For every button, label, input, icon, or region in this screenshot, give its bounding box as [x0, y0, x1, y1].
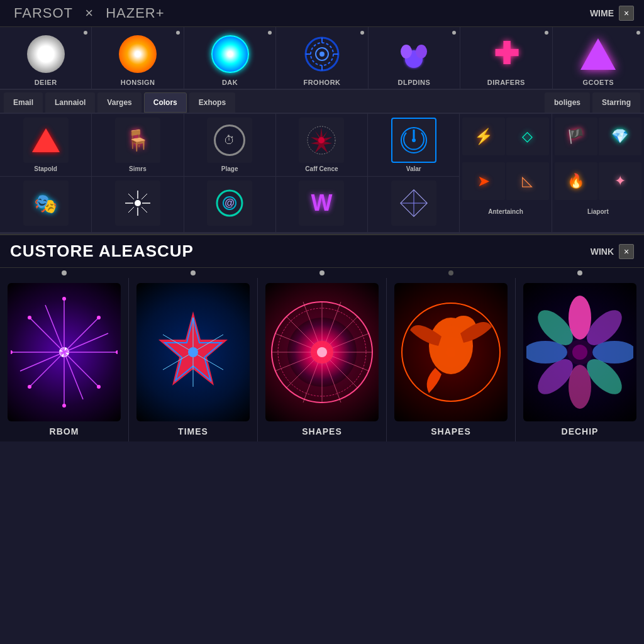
grid-item-antertainch[interactable]: ⚡ ◇ ➤ ◺ Antertainch — [460, 114, 552, 233]
quad-grid-liaport: 🏴 💎 🔥 ✦ — [555, 118, 641, 206]
bottom-card-times[interactable]: TIMES — [129, 278, 258, 441]
title-sep: × — [85, 5, 94, 21]
dot-indicator-6 — [545, 31, 548, 35]
svg-point-3 — [319, 52, 325, 57]
icon-img-gcoets — [576, 32, 620, 76]
quad-tl-liaport: 🏴 — [555, 118, 597, 155]
svg-point-57 — [188, 347, 198, 357]
icon-cell-dak[interactable]: DAK — [184, 27, 276, 89]
grid-item-curtain[interactable]: 🎭 — [0, 177, 92, 233]
bottom-close-button[interactable]: × — [619, 244, 634, 259]
icon-label-deier: DEIER — [35, 79, 57, 86]
tab-exhops[interactable]: Exhops — [189, 92, 235, 113]
clock-icon: ⏱ — [214, 125, 245, 156]
ring-icon: @ — [214, 187, 245, 219]
triangle-red-icon — [32, 128, 60, 152]
card-dots-row — [0, 268, 644, 278]
svg-line-24 — [128, 207, 134, 213]
tab-lannaiol[interactable]: Lannaiol — [45, 92, 95, 113]
flower-svg — [526, 286, 633, 418]
grid-item-cross[interactable] — [368, 177, 460, 233]
tab-varges[interactable]: Varges — [97, 92, 141, 113]
label-stapold: Stapold — [34, 165, 57, 172]
icon-img-dirafers: ✚ — [484, 32, 528, 76]
bottom-card-dechip[interactable]: DECHIP — [516, 278, 644, 441]
grid-item-stapold[interactable]: Stapold — [0, 114, 92, 177]
card-img-rbom — [8, 283, 121, 421]
svg-point-15 — [412, 138, 416, 142]
thumb-curtain: 🎭 — [23, 180, 69, 226]
icon-label-dak: DAK — [222, 79, 238, 86]
tab-starring[interactable]: Starring — [592, 92, 640, 113]
bottom-card-shapes1[interactable]: SHAPES — [258, 278, 387, 441]
icon-cell-honsign[interactable]: HONSIGN — [92, 27, 184, 89]
svg-point-16 — [135, 200, 141, 206]
bottom-card-shapes2[interactable]: SHAPES — [387, 278, 516, 441]
quad-top-left-antertainch: ⚡ — [462, 118, 505, 155]
svg-text:@: @ — [225, 197, 235, 208]
gem-icon: 💎 — [611, 128, 628, 145]
icon-cell-gcoets[interactable]: GCOETS — [553, 27, 644, 89]
svg-point-84 — [572, 345, 587, 360]
card-label-dechip: DECHIP — [562, 426, 599, 436]
bottom-card-rbom[interactable]: RBOM — [0, 278, 129, 441]
label-plage: Plage — [221, 165, 238, 172]
card-img-dechip — [523, 283, 636, 421]
grid-item-plage[interactable]: ⏱ Plage — [184, 114, 276, 177]
svg-point-13 — [318, 137, 325, 143]
icon-cell-dirafers[interactable]: ✚ DIRAFERS — [460, 27, 552, 89]
thumb-stapold — [23, 118, 69, 163]
card-img-times — [136, 283, 250, 421]
thumb-plage: ⏱ — [207, 118, 252, 163]
card-dot-4-wrap — [386, 270, 515, 275]
dragon-svg — [397, 286, 504, 418]
icon-cell-frohork[interactable]: FROHORK — [276, 27, 368, 89]
icon-cell-dlpdins[interactable]: DLPDINS — [369, 27, 460, 89]
quad-br-liaport: ✦ — [599, 162, 641, 200]
dot-indicator-7 — [636, 31, 640, 35]
icon-label-frohork: FROHORK — [303, 79, 340, 86]
tab-email[interactable]: Email — [4, 92, 43, 113]
thumb-valar — [391, 118, 436, 163]
svg-point-47 — [116, 350, 118, 354]
grid-item-simrs[interactable]: 🪑 Simrs — [92, 114, 184, 177]
icon-img-honsign — [116, 32, 160, 76]
tab-colors[interactable]: Colors — [144, 92, 187, 113]
icon-cell-deier[interactable]: DEIER — [0, 27, 92, 89]
plus-icon: ✚ — [494, 39, 519, 69]
svg-point-48 — [28, 316, 31, 319]
content-grid: Stapold 🪑 Simrs ⏱ Plage Caff Cence — [0, 114, 644, 234]
svg-point-50 — [97, 316, 101, 319]
grid-item-liaport[interactable]: 🏴 💎 🔥 ✦ Liaport — [552, 114, 644, 233]
lightning-icon: ⚡ — [474, 128, 493, 145]
svg-line-42 — [64, 333, 108, 352]
thumb-ring: @ — [207, 180, 252, 226]
thumb-cross — [391, 180, 436, 226]
svg-point-44 — [62, 297, 66, 301]
corner-icon: ◺ — [522, 173, 533, 189]
grid-item-w-symbol[interactable]: W — [276, 177, 368, 233]
svg-point-51 — [28, 385, 31, 389]
svg-line-37 — [64, 352, 99, 387]
svg-point-49 — [97, 385, 101, 389]
tab-boliges[interactable]: boliges — [545, 92, 590, 113]
grid-item-valar[interactable]: Valar — [368, 114, 460, 177]
grid-item-caff[interactable]: Caff Cence — [276, 114, 368, 177]
close-button[interactable]: × — [619, 6, 634, 21]
svg-line-21 — [128, 194, 134, 199]
card-dot-2 — [191, 270, 196, 275]
svg-line-43 — [20, 352, 64, 371]
grid-item-ring[interactable]: @ — [184, 177, 276, 233]
tab-spacer — [236, 90, 543, 113]
label-simrs: Simrs — [129, 165, 147, 172]
card-dot-3-wrap — [258, 270, 387, 275]
top-right-controls: WIME × — [590, 6, 634, 21]
bottom-right-controls: WINK × — [591, 244, 634, 259]
grid-item-sparkle[interactable] — [92, 177, 184, 233]
triangle-icon — [580, 38, 616, 70]
dot-indicator-4 — [360, 31, 364, 35]
quad-bot-left-antertainch: ➤ — [462, 162, 505, 200]
wime-label: WIME — [590, 8, 614, 18]
dot-indicator-5 — [452, 31, 456, 35]
card-dot-2-wrap — [129, 270, 258, 275]
